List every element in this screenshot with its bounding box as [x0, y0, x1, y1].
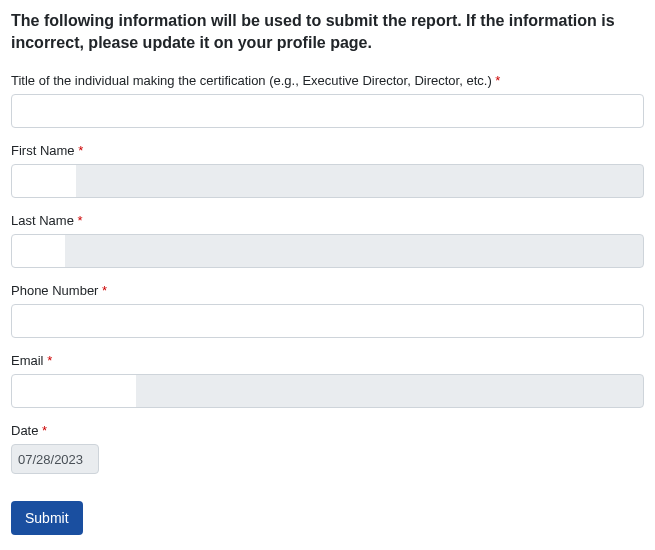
date-label: Date *	[11, 423, 644, 438]
submit-button[interactable]: Submit	[11, 501, 83, 535]
date-input	[11, 444, 99, 474]
required-asterisk: *	[42, 423, 47, 438]
last-name-label: Last Name *	[11, 213, 644, 228]
required-asterisk: *	[77, 213, 82, 228]
required-asterisk: *	[102, 283, 107, 298]
title-label: Title of the individual making the certi…	[11, 73, 644, 88]
email-input	[11, 374, 644, 408]
phone-input[interactable]	[11, 304, 644, 338]
phone-label: Phone Number *	[11, 283, 644, 298]
email-label: Email *	[11, 353, 644, 368]
first-name-label: First Name *	[11, 143, 644, 158]
page-heading: The following information will be used t…	[11, 10, 644, 53]
required-asterisk: *	[47, 353, 52, 368]
last-name-input	[11, 234, 644, 268]
required-asterisk: *	[78, 143, 83, 158]
title-input[interactable]	[11, 94, 644, 128]
required-asterisk: *	[495, 73, 500, 88]
first-name-input	[11, 164, 644, 198]
